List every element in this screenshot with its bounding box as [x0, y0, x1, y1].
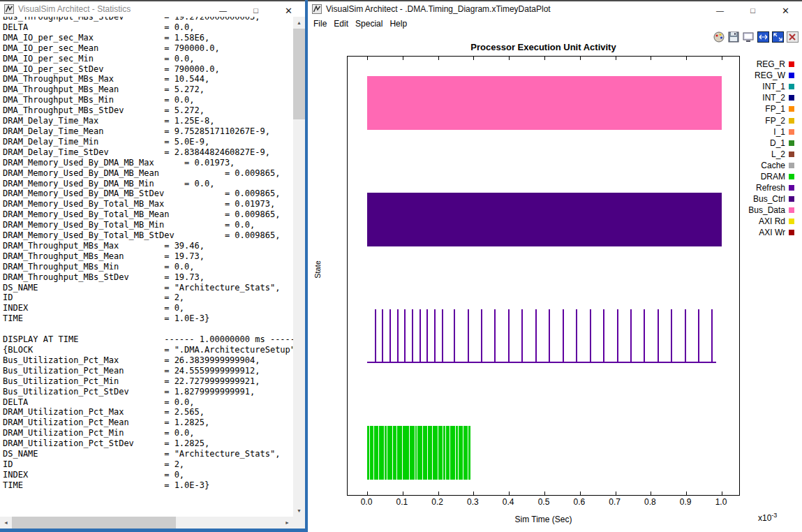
timing-diagram-window-title: VisualSim Architect - .DMA.Timing_Diagra… — [326, 4, 551, 14]
legend-label-AXI-Rd: AXI Rd — [759, 216, 785, 226]
series-Refresh-spike — [549, 309, 550, 362]
scroll-left-icon[interactable]: ◄ — [0, 517, 12, 529]
minimize-button[interactable]: — — [207, 3, 239, 18]
scroll-right-icon[interactable]: ► — [281, 517, 293, 529]
series-Refresh-spike — [535, 309, 537, 362]
maximize-button[interactable]: □ — [736, 3, 769, 18]
menu-help[interactable]: Help — [389, 19, 407, 29]
series-DRAM — [410, 426, 415, 480]
series-DRAM — [433, 426, 438, 480]
x-tick-mark-top — [367, 57, 368, 60]
x-tick-mark-top — [544, 57, 545, 60]
x-tick-mark-bottom — [616, 492, 616, 495]
legend-item-D_1: D_1 — [727, 138, 794, 149]
legend-label-Cache: Cache — [761, 161, 785, 170]
series-DRAM — [393, 426, 397, 480]
menu-file[interactable]: File — [313, 19, 327, 29]
legend-swatch-I_1 — [789, 129, 794, 135]
series-Refresh-spike — [412, 309, 413, 362]
series-Refresh-spike — [382, 309, 383, 362]
x-tick-label: 0.4 — [498, 497, 519, 507]
close-button[interactable]: ✕ — [272, 3, 305, 18]
vertical-scrollbar[interactable]: ▲ ▼ — [293, 17, 305, 517]
series-Refresh-spike — [419, 309, 421, 362]
legend-swatch-Bus_Ctrl — [789, 196, 794, 202]
x-tick-mark-bottom — [544, 492, 545, 495]
palette-icon[interactable] — [713, 31, 725, 43]
series-DRAM — [374, 426, 378, 480]
x-tick-mark-bottom — [651, 492, 651, 495]
window-icon[interactable] — [742, 31, 755, 43]
legend-label-AXI-Wr: AXI Wr — [759, 228, 785, 237]
menu-edit[interactable]: Edit — [334, 19, 348, 29]
menu-special[interactable]: Special — [355, 19, 383, 29]
window-controls: — □ ✕ — [207, 3, 305, 18]
series-Refresh-spike — [711, 309, 713, 362]
horizontal-scroll-thumb[interactable] — [12, 517, 176, 529]
legend-item-FP_1: FP_1 — [727, 103, 794, 114]
maximize-button[interactable]: □ — [239, 3, 272, 18]
x-tick-mark-bottom — [722, 492, 722, 495]
statistics-window: VisualSim Architect - Statistics — □ ✕ B… — [0, 0, 305, 529]
x-tick-mark-bottom — [473, 492, 474, 495]
legend-label-L_2: L_2 — [771, 149, 785, 159]
scroll-up-icon[interactable]: ▲ — [293, 17, 305, 29]
legend-swatch-L_2 — [789, 152, 794, 157]
legend-item-INT_2: INT_2 — [727, 92, 794, 103]
series-DRAM — [370, 426, 373, 480]
scrollbar-corner — [293, 517, 305, 529]
x-tick-label: 0.5 — [533, 497, 554, 507]
series-Bus_Data — [367, 76, 722, 130]
series-Refresh-spike — [630, 309, 632, 362]
fill-plot-icon[interactable] — [771, 31, 784, 43]
desktop: VisualSim Architect - Statistics — □ ✕ B… — [0, 0, 802, 532]
series-DRAM — [428, 426, 432, 480]
save-icon[interactable] — [727, 31, 740, 43]
menu-bar: File Edit Special Help — [308, 17, 802, 31]
series-Refresh-spike — [375, 309, 376, 362]
series-Refresh-spike — [397, 309, 399, 362]
series-DRAM — [367, 426, 369, 480]
series-DRAM — [417, 426, 422, 480]
series-Refresh-spike — [508, 309, 510, 362]
series-DRAM — [423, 426, 427, 480]
x-tick-label: 0.3 — [462, 497, 483, 507]
series-Bus_Ctrl — [367, 193, 722, 246]
legend-label-Bus_Data: Bus_Data — [748, 205, 785, 215]
x-tick-mark-top — [651, 57, 651, 60]
legend-swatch-Refresh — [789, 185, 794, 191]
y-axis-label: State — [313, 256, 322, 283]
x-tick-label: 0.9 — [675, 497, 696, 507]
series-Refresh-spike — [685, 309, 686, 362]
timing-diagram-titlebar[interactable]: VisualSim Architect - .DMA.Timing_Diagra… — [308, 0, 802, 17]
series-Refresh-spike — [426, 309, 428, 362]
series-DRAM — [438, 426, 443, 480]
statistics-content[interactable]: Bus_Throughput_MBs_StDev = 19.2720000000… — [0, 17, 293, 517]
vertical-scroll-thumb[interactable] — [293, 29, 305, 119]
legend-item-Refresh: Refresh — [727, 182, 794, 193]
legend-label-FP_2: FP_2 — [765, 116, 785, 126]
x-tick-mark-top — [509, 57, 510, 60]
statistics-text: Bus_Throughput_MBs_StDev = 19.2720000000… — [3, 17, 293, 491]
legend-swatch-Cache — [789, 163, 794, 168]
window-controls: — □ ✕ — [704, 3, 802, 18]
legend-swatch-FP_2 — [789, 118, 794, 124]
legend-swatch-REG_W — [789, 73, 794, 78]
reset-axes-icon[interactable] — [757, 31, 769, 43]
legend-item-REG_W: REG_W — [727, 70, 794, 81]
plot-area[interactable] — [347, 56, 740, 496]
series-Refresh-spike — [644, 309, 645, 362]
x-axis-label: Sim Time (Sec) — [347, 515, 740, 524]
legend-label-REG_R: REG_R — [757, 59, 785, 69]
legend-label-D_1: D_1 — [770, 138, 785, 148]
scroll-down-icon[interactable]: ▼ — [293, 505, 305, 517]
series-DRAM — [443, 426, 445, 480]
export-icon[interactable] — [786, 31, 799, 43]
statistics-titlebar[interactable]: VisualSim Architect - Statistics — □ ✕ — [0, 0, 305, 17]
timing-diagram-window: VisualSim Architect - .DMA.Timing_Diagra… — [308, 0, 802, 532]
visualsim-app-icon — [312, 4, 322, 14]
close-button[interactable]: ✕ — [769, 3, 802, 18]
minimize-button[interactable]: — — [704, 3, 736, 18]
legend-item-REG_R: REG_R — [727, 59, 794, 70]
horizontal-scrollbar[interactable]: ◄ ► — [0, 517, 293, 529]
